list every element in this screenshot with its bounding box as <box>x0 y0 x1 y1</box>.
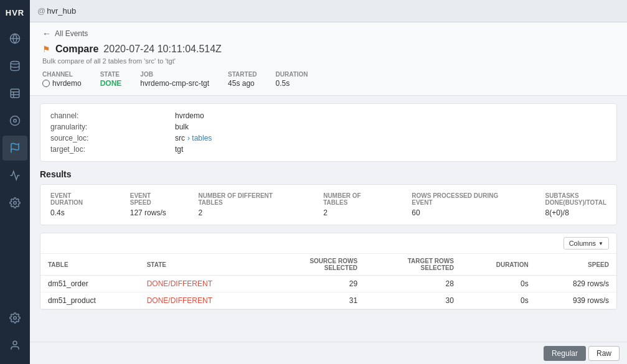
svg-point-11 <box>14 317 17 320</box>
hub-name: hvr_hub <box>47 6 76 16</box>
stats-card: EVENT DURATION 0.4s EVENT SPEED 127 rows… <box>40 184 617 225</box>
job-label: JOB <box>140 71 209 78</box>
sidebar-icon-user[interactable] <box>2 333 27 358</box>
columns-button[interactable]: Columns <box>563 237 609 250</box>
th-speed: SPEED <box>536 254 616 276</box>
source-val-text: src <box>175 134 185 142</box>
params-card: channel: hvrdemo granularity: bulk sourc… <box>40 103 617 162</box>
sidebar-icon-chart[interactable] <box>2 163 27 188</box>
results-title: Results <box>40 169 617 179</box>
stats-value-3: 2 <box>323 208 387 217</box>
table-row: dm51_product DONE/DIFFERENT 31 30 0s 939… <box>40 292 616 309</box>
cell-target-rows-1: 30 <box>365 292 461 309</box>
stats-value-5: 8(+0)/8 <box>545 208 606 217</box>
channel-value-text: hvrdemo <box>52 79 82 88</box>
th-target-rows: TARGET ROWSSELECTED <box>365 254 461 276</box>
raw-view-button[interactable]: Raw <box>588 346 620 361</box>
param-granularity-val: bulk <box>175 123 606 131</box>
state-label: STATE <box>100 71 122 78</box>
cell-table-0: dm51_order <box>40 276 139 292</box>
page-title: Compare <box>55 44 98 55</box>
page-datetime: 2020-07-24 10:11:04.514Z <box>103 44 221 55</box>
cell-speed-0: 829 rows/s <box>536 276 616 292</box>
cell-source-rows-0: 29 <box>266 276 365 292</box>
svg-rect-3 <box>11 89 19 98</box>
stats-label-1: EVENT SPEED <box>130 192 174 206</box>
sidebar-icon-settings2[interactable] <box>2 190 27 215</box>
th-state: STATE <box>139 254 266 276</box>
state-value-text: DONE <box>100 79 122 88</box>
at-sign: @ <box>37 6 45 16</box>
stats-col-3: NUMBER OF TABLES 2 <box>323 192 387 217</box>
tables-link[interactable]: › tables <box>187 134 212 142</box>
data-table-toolbar: Columns <box>40 233 616 254</box>
started-value-text: 45s ago <box>228 79 255 88</box>
sidebar-icon-gear[interactable] <box>2 306 27 330</box>
channel-label: CHANNEL <box>42 71 82 78</box>
stats-col-0: EVENT DURATION 0.4s <box>50 192 105 217</box>
param-granularity-key: granularity: <box>50 123 175 131</box>
results-table: TABLE STATE SOURCE ROWSSELECTED TARGET R… <box>40 254 616 309</box>
regular-view-button[interactable]: Regular <box>544 346 586 361</box>
page-header: ← All Events ⚑ Compare 2020-07-24 10:11:… <box>30 22 627 96</box>
stats-label-3: NUMBER OF TABLES <box>323 192 387 206</box>
stats-col-1: EVENT SPEED 127 rows/s <box>130 192 174 217</box>
job-value: hvrdemo-cmp-src-tgt <box>140 79 209 88</box>
stats-value-4: 60 <box>412 208 520 217</box>
cell-state-1: DONE/DIFFERENT <box>139 292 266 309</box>
compare-flag-icon: ⚑ <box>42 44 50 54</box>
param-source-val: src › tables <box>175 134 606 142</box>
meta-started: STARTED 45s ago <box>228 71 257 88</box>
data-card: Columns TABLE STATE SOURCE ROWSSELECTED … <box>40 233 617 310</box>
stats-value-1: 127 rows/s <box>130 208 174 217</box>
svg-point-2 <box>11 62 19 65</box>
stats-label-0: EVENT DURATION <box>50 192 105 206</box>
started-value: 45s ago <box>228 79 257 88</box>
duration-value-text: 0.5s <box>276 79 290 88</box>
duration-label: DURATION <box>276 71 308 78</box>
meta-duration: DURATION 0.5s <box>276 71 308 88</box>
stats-col-4: ROWS PROCESSED DURING EVENT 60 <box>412 192 520 217</box>
stats-col-5: SUBTASKSDONE(BUSY)/TOTAL 8(+0)/8 <box>545 192 606 217</box>
param-channel-val: hvrdemo <box>175 111 606 120</box>
stats-label-2: NUMBER OF DIFFERENT TABLES <box>198 192 298 206</box>
channel-value: hvrdemo <box>42 79 82 88</box>
meta-row: CHANNEL hvrdemo STATE DONE JOB hvrdemo-c <box>42 71 615 88</box>
svg-point-7 <box>11 116 20 126</box>
meta-job: JOB hvrdemo-cmp-src-tgt <box>140 71 209 88</box>
topbar: @hvr_hub <box>30 0 627 22</box>
duration-value: 0.5s <box>276 79 308 88</box>
sidebar-icon-table[interactable] <box>2 81 27 106</box>
cell-target-rows-0: 28 <box>365 276 461 292</box>
param-target-val: tgt <box>175 145 606 154</box>
cell-duration-1: 0s <box>461 292 536 309</box>
param-source-key: source_loc: <box>50 134 175 142</box>
started-label: STARTED <box>228 71 257 78</box>
table-header-row: TABLE STATE SOURCE ROWSSELECTED TARGET R… <box>40 254 616 276</box>
breadcrumb-label: All Events <box>55 29 88 38</box>
sidebar-icon-database[interactable] <box>2 54 27 78</box>
meta-channel: CHANNEL hvrdemo <box>42 71 82 88</box>
th-source-rows: SOURCE ROWSSELECTED <box>266 254 365 276</box>
page-subtitle: Bulk compare of all 2 tables from 'src' … <box>42 57 615 65</box>
sidebar-icon-globe[interactable] <box>2 26 27 51</box>
bottom-bar: Regular Raw <box>30 342 627 364</box>
channel-globe-icon <box>42 80 50 87</box>
page-title-row: ⚑ Compare 2020-07-24 10:11:04.514Z <box>42 44 615 55</box>
stats-label-4: ROWS PROCESSED DURING EVENT <box>412 192 520 206</box>
sidebar-icon-location[interactable] <box>2 108 27 133</box>
th-table: TABLE <box>40 254 139 276</box>
back-arrow-icon: ← <box>42 29 51 39</box>
meta-state: STATE DONE <box>100 71 122 88</box>
cell-source-rows-1: 31 <box>266 292 365 309</box>
table-row: dm51_order DONE/DIFFERENT 29 28 0s 829 r… <box>40 276 616 292</box>
param-target-key: target_loc: <box>50 145 175 154</box>
sidebar-icon-flag[interactable] <box>2 136 27 161</box>
param-channel-key: channel: <box>50 111 175 120</box>
stats-value-2: 2 <box>198 208 298 217</box>
topbar-title: @hvr_hub <box>37 6 76 16</box>
back-link[interactable]: ← All Events <box>42 29 615 39</box>
svg-point-10 <box>14 202 17 205</box>
main-content: @hvr_hub ← All Events ⚑ Compare 2020-07-… <box>30 0 627 364</box>
params-grid: channel: hvrdemo granularity: bulk sourc… <box>50 111 606 154</box>
